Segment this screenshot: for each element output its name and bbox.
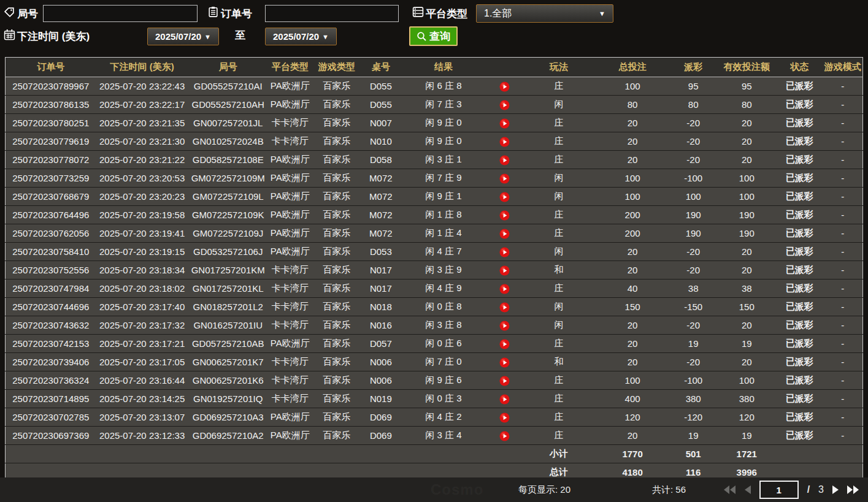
payout: -120 <box>669 408 717 427</box>
search-button[interactable]: 查询 <box>409 26 458 46</box>
bet-time: 2025-07-20 23:17:21 <box>96 335 188 353</box>
total-bet: 20 <box>596 114 669 132</box>
play-video-icon[interactable] <box>486 77 522 96</box>
play-video-icon[interactable] <box>486 298 522 316</box>
play-video-icon[interactable] <box>486 206 522 224</box>
total-pages: 3 <box>818 484 824 495</box>
column-header-payout: 派彩 <box>669 58 717 77</box>
game-id: GN019257201IQ <box>188 390 268 408</box>
clipboard-icon <box>207 6 219 18</box>
next-page-icon[interactable] <box>832 485 839 494</box>
game-no-label: 局号 <box>17 7 38 21</box>
play-video-icon[interactable] <box>486 188 522 206</box>
payout: -20 <box>669 114 717 132</box>
order-id: 250720230747984 <box>6 280 96 298</box>
play-video-icon[interactable] <box>486 316 522 335</box>
play-video-icon[interactable] <box>486 132 522 151</box>
play-video-icon[interactable] <box>486 390 522 408</box>
game-mode: - <box>823 169 862 188</box>
status: 已派彩 <box>776 335 823 353</box>
game-id: GN017257201KM <box>188 261 268 280</box>
valid-bet: 380 <box>717 390 776 408</box>
valid-bet: 100 <box>717 169 776 188</box>
bet-type: 庄 <box>522 371 596 390</box>
bet-type: 和 <box>522 353 596 371</box>
per-page-label: 每页显示: <box>518 484 558 495</box>
order-id: 250720230780251 <box>6 114 96 132</box>
order-no-input[interactable] <box>265 5 399 22</box>
game-mode: - <box>823 371 862 390</box>
date-from-select[interactable]: 2025/07/20 ▼ <box>147 28 219 45</box>
payout: -150 <box>669 298 717 316</box>
status: 已派彩 <box>776 371 823 390</box>
page-input[interactable] <box>759 481 799 499</box>
bet-type: 闲 <box>522 316 596 335</box>
status: 已派彩 <box>776 408 823 427</box>
result: 闲 3 庄 9 <box>401 261 486 280</box>
table-row: 2507202307644962025-07-20 23:19:58GM0722… <box>6 206 863 224</box>
platform-type: 卡卡湾厅 <box>268 371 312 390</box>
bet-time: 2025-07-20 23:16:44 <box>96 371 188 390</box>
platform-type: 卡卡湾厅 <box>268 280 312 298</box>
play-video-icon[interactable] <box>486 371 522 390</box>
platform-type: 卡卡湾厅 <box>268 298 312 316</box>
game-id: GD055257210AI <box>188 77 268 96</box>
table-no: N016 <box>361 316 401 335</box>
play-video-icon[interactable] <box>486 151 522 169</box>
subtotal-row-total-bet: 1770 <box>596 445 669 463</box>
status: 已派彩 <box>776 132 823 151</box>
date-to-value: 2025/07/20 <box>273 31 319 42</box>
table-row: 2507202307148952025-07-20 23:14:25GN0192… <box>6 390 863 408</box>
platform-type: PA欧洲厅 <box>268 335 312 353</box>
payout: 19 <box>669 335 717 353</box>
play-video-icon[interactable] <box>486 408 522 427</box>
play-video-icon[interactable] <box>486 224 522 243</box>
bet-time-label: 下注时间 (美东) <box>17 29 90 44</box>
previous-page-icon[interactable] <box>745 485 751 494</box>
column-header-game_type: 游戏类型 <box>312 58 361 77</box>
platform-type: PA欧洲厅 <box>268 206 312 224</box>
last-page-icon[interactable] <box>847 485 859 494</box>
column-header-game: 局号 <box>188 58 268 77</box>
table-no: D055 <box>361 77 401 96</box>
game-id: GM0722572109M <box>188 169 268 188</box>
play-video-icon[interactable] <box>486 427 522 445</box>
total-bet: 20 <box>596 132 669 151</box>
platform-select[interactable]: 1.全部 ▼ <box>476 4 613 23</box>
column-header-time: 下注时间 (美东) <box>96 58 188 77</box>
play-video-icon[interactable] <box>486 335 522 353</box>
play-video-icon[interactable] <box>486 261 522 280</box>
table-no: D058 <box>361 151 401 169</box>
bet-time: 2025-07-20 23:14:25 <box>96 390 188 408</box>
per-page-display: 每页显示: 20 <box>518 484 570 496</box>
date-to-select[interactable]: 2025/07/20 ▼ <box>265 28 337 45</box>
play-video-icon[interactable] <box>486 114 522 132</box>
game-mode: - <box>823 298 862 316</box>
bet-type: 庄 <box>522 77 596 96</box>
chevron-down-icon: ▼ <box>322 33 329 40</box>
play-video-icon[interactable] <box>486 96 522 114</box>
result: 闲 7 庄 9 <box>401 169 486 188</box>
play-video-icon[interactable] <box>486 243 522 261</box>
play-video-icon[interactable] <box>486 169 522 188</box>
order-id: 250720230764496 <box>6 206 96 224</box>
bet-time: 2025-07-20 23:22:43 <box>96 77 188 96</box>
order-id: 250720230752556 <box>6 261 96 280</box>
platform-type: 卡卡湾厅 <box>268 353 312 371</box>
first-page-icon[interactable] <box>724 485 736 494</box>
play-video-icon[interactable] <box>486 280 522 298</box>
table-row: 2507202307861352025-07-20 23:22:17GD0552… <box>6 96 863 114</box>
platform-type: PA欧洲厅 <box>268 188 312 206</box>
total-bet: 100 <box>596 169 669 188</box>
game-id: GD057257210AB <box>188 335 268 353</box>
bet-time: 2025-07-20 23:17:40 <box>96 298 188 316</box>
table-no: N006 <box>361 353 401 371</box>
platform-type: 卡卡湾厅 <box>268 316 312 335</box>
game-no-input[interactable] <box>43 5 198 22</box>
play-video-icon[interactable] <box>486 353 522 371</box>
game-type: 百家乐 <box>312 427 361 445</box>
bet-time: 2025-07-20 23:20:53 <box>96 169 188 188</box>
platform-type: PA欧洲厅 <box>268 77 312 96</box>
valid-bet: 95 <box>717 77 776 96</box>
bet-time: 2025-07-20 23:21:22 <box>96 151 188 169</box>
